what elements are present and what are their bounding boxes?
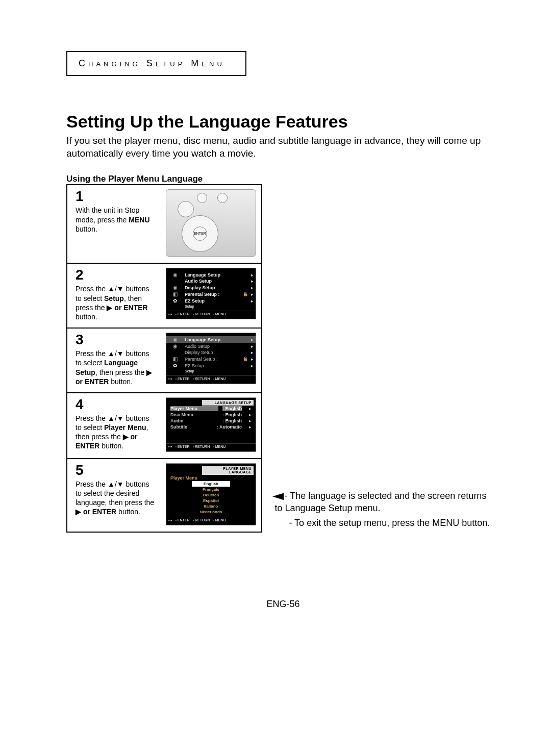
osd-player-menu-language: PLAYER MENU LANGUAGE Player Menu English… xyxy=(166,463,256,525)
osd-header: LANGUAGE SETUP xyxy=(202,400,254,406)
step-number: 5 xyxy=(76,463,155,477)
step-4: 4 Press the ▲/▼ buttons to select Player… xyxy=(67,392,261,458)
section-box: Changing Setup Menu xyxy=(66,51,246,76)
chevron-right-icon: ▸ xyxy=(251,272,254,278)
setup-icon: ✿ xyxy=(168,298,182,304)
step-1: 1 With the unit in Stop mode, press the … xyxy=(67,185,261,263)
title-menu-icon: ◉ xyxy=(168,285,182,290)
osd-screen-setup: ◉Language Setup▸ Audio Setup▸ ◉Display S… xyxy=(166,268,256,319)
osd-header: PLAYER MENU LANGUAGE xyxy=(202,466,254,475)
remote-illustration: ENTER xyxy=(166,189,256,257)
step-3: 3 Press the ▲/▼ buttons to select Langua… xyxy=(67,327,261,392)
rewind-icon xyxy=(178,201,194,217)
step-number: 3 xyxy=(76,333,155,347)
intro-text: If you set the player menu, disc menu, a… xyxy=(66,135,500,160)
section-title: Changing Setup Menu xyxy=(79,58,225,68)
step-number: 2 xyxy=(76,268,155,282)
step-5: 5 Press the ▲/▼ buttons to select the de… xyxy=(67,458,261,532)
osd-language-setup-list: LANGUAGE SETUP Player Menu: English▸ Dis… xyxy=(166,397,256,452)
step-2: 2 Press the ▲/▼ buttons to select Setup,… xyxy=(67,263,261,327)
note-line-1: - The language is selected and the scree… xyxy=(274,491,486,513)
play-pause-icon xyxy=(217,193,228,203)
notes-column: ◀ - The language is selected and the scr… xyxy=(274,184,494,529)
note-line-2: - To exit the setup menu, press the MENU… xyxy=(289,517,494,529)
page-number: ENG-56 xyxy=(66,599,500,610)
subheading: Using the Player Menu Language xyxy=(66,174,500,184)
osd-screen-language-setup: ◉Language Setup▸ ◉Audio Setup▸ Display S… xyxy=(166,333,256,384)
left-arrow-icon: ◀ xyxy=(272,490,284,502)
steps-column: 1 With the unit in Stop mode, press the … xyxy=(66,184,262,533)
stop-icon xyxy=(197,193,207,203)
osd-footer: ▪▫▪▫ ENTER▫ RETURN▫ MENU xyxy=(166,311,256,317)
step-number: 4 xyxy=(76,397,155,412)
language-options: English Français Deutsch Español Italian… xyxy=(166,481,256,515)
disc-menu-icon: ◉ xyxy=(168,272,182,278)
function-icon: ◧ xyxy=(168,291,182,297)
page-title: Setting Up the Language Features xyxy=(66,112,500,132)
step-number: 1 xyxy=(76,189,155,204)
